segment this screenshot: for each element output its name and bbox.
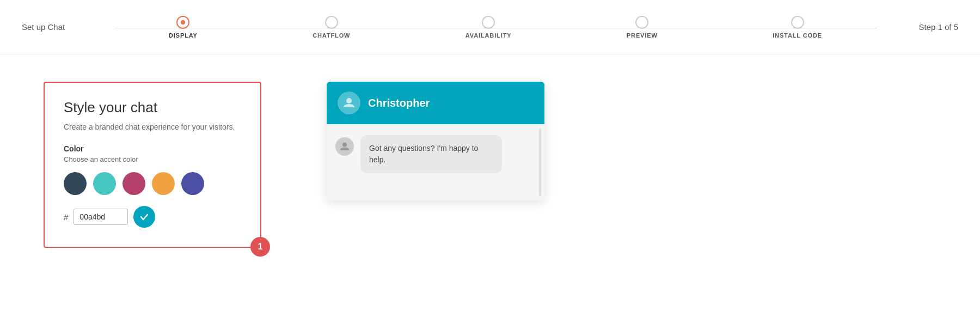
svg-point-0 — [346, 98, 352, 103]
step-circle-availability — [482, 16, 495, 29]
step-label-install: INSTALL CODE — [773, 32, 822, 39]
color-input-row: # — [64, 206, 241, 228]
step-label-availability: AVAILABILITY — [465, 32, 512, 39]
chat-preview-header: Christopher — [327, 82, 544, 124]
chat-preview: Christopher Got any questions? I'm happy… — [327, 82, 544, 200]
style-panel: Style your chat Create a branded chat ex… — [44, 82, 261, 248]
chat-scrollbar — [539, 129, 541, 196]
step-badge: 1 — [250, 237, 270, 257]
svg-point-1 — [342, 143, 347, 147]
swatch-purple[interactable] — [181, 172, 204, 195]
chat-header-avatar — [338, 92, 360, 114]
chat-message-bubble: Got any questions? I'm happy to help. — [360, 135, 502, 173]
panel-title: Style your chat — [64, 99, 241, 116]
color-swatches — [64, 172, 241, 195]
panel-subtitle: Create a branded chat experience for you… — [64, 123, 241, 131]
agent-avatar-icon — [339, 141, 350, 152]
confirm-color-button[interactable] — [133, 206, 155, 228]
color-sublabel: Choose an accent color — [64, 155, 241, 163]
stepper: DISPLAY CHATFLOW AVAILABILITY PREVIEW IN… — [87, 16, 904, 39]
chat-agent-avatar — [335, 137, 354, 156]
step-availability[interactable]: AVAILABILITY — [465, 16, 512, 39]
step-chatflow[interactable]: CHATFLOW — [313, 16, 350, 39]
avatar-icon — [342, 96, 356, 109]
color-hex-input[interactable] — [74, 209, 128, 225]
checkmark-icon — [139, 212, 149, 222]
step-install-code[interactable]: INSTALL CODE — [773, 16, 822, 39]
hash-symbol: # — [64, 212, 68, 222]
page-header: Set up Chat DISPLAY CHATFLOW AVAILABILIT… — [0, 0, 980, 54]
step-circle-chatflow — [325, 16, 338, 29]
main-content: Style your chat Create a branded chat ex… — [0, 54, 980, 275]
setup-title: Set up Chat — [22, 22, 87, 32]
swatch-orange[interactable] — [152, 172, 175, 195]
step-circle-install — [791, 16, 804, 29]
step-label-chatflow: CHATFLOW — [313, 32, 350, 39]
swatch-magenta[interactable] — [122, 172, 145, 195]
swatch-dark-blue[interactable] — [64, 172, 87, 195]
step-circle-preview — [635, 16, 648, 29]
step-counter: Step 1 of 5 — [904, 22, 958, 32]
swatch-teal[interactable] — [93, 172, 116, 195]
chat-preview-body: Got any questions? I'm happy to help. — [327, 124, 544, 200]
color-label: Color — [64, 144, 241, 153]
stepper-items: DISPLAY CHATFLOW AVAILABILITY PREVIEW IN… — [169, 16, 822, 39]
chat-agent-name: Christopher — [368, 97, 430, 109]
step-display[interactable]: DISPLAY — [169, 16, 198, 39]
step-label-display: DISPLAY — [169, 32, 198, 39]
step-label-preview: PREVIEW — [627, 32, 658, 39]
step-preview[interactable]: PREVIEW — [627, 16, 658, 39]
step-circle-display — [176, 16, 189, 29]
